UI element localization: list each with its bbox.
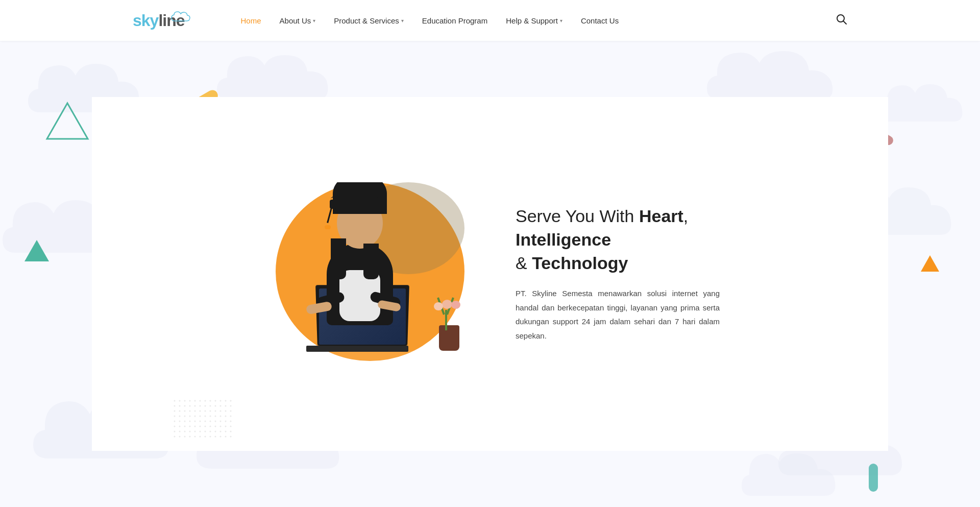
pill-bottom-right-teal [869, 464, 878, 492]
cloud-far-bottom-right [740, 451, 852, 502]
nav-links: Home About Us ▾ Product & Services ▾ Edu… [241, 16, 836, 25]
about-caret-icon: ▾ [313, 18, 315, 23]
nav-help-link[interactable]: Help & Support ▾ [506, 16, 562, 25]
help-caret-icon: ▾ [560, 18, 562, 23]
nav-help[interactable]: Help & Support ▾ [506, 16, 562, 25]
logo-cloud-icon [170, 11, 196, 22]
navbar: skyline Home About Us ▾ Product & Servic… [0, 0, 980, 41]
search-icon[interactable] [836, 14, 847, 28]
hero-heading-bold3: Technology [532, 253, 628, 273]
cloud-far-right-top [878, 82, 980, 128]
nav-contact-link[interactable]: Contact Us [581, 16, 619, 25]
nav-contact[interactable]: Contact Us [581, 16, 619, 25]
products-caret-icon: ▾ [401, 18, 404, 23]
triangle-mid-left-icon [24, 240, 49, 261]
svg-line-1 [843, 21, 846, 24]
hero-text: Serve You With Heart, Intelligence & Tec… [516, 205, 720, 343]
nav-products[interactable]: Product & Services ▾ [334, 16, 404, 25]
triangle-top-left-icon [45, 101, 90, 141]
svg-marker-3 [24, 240, 49, 261]
triangle-right-icon [921, 255, 939, 272]
nav-about[interactable]: About Us ▾ [280, 16, 316, 25]
hero-heading-comma: , [683, 206, 688, 226]
nav-products-link[interactable]: Product & Services ▾ [334, 16, 404, 25]
hero-image-wrapper [260, 172, 475, 376]
nav-home-link[interactable]: Home [241, 16, 261, 25]
logo-sky: sky [133, 11, 158, 30]
hero-content: Serve You With Heart, Intelligence & Tec… [260, 172, 720, 376]
hero-heading-normal: Serve You With [516, 206, 639, 226]
hero-section: Serve You With Heart, Intelligence & Tec… [0, 41, 980, 507]
nav-education[interactable]: Education Program [422, 16, 487, 25]
nav-home[interactable]: Home [241, 16, 261, 25]
nav-about-link[interactable]: About Us ▾ [280, 16, 316, 25]
hero-heading-bold1: Heart [639, 206, 683, 226]
svg-marker-2 [47, 103, 88, 139]
hero-heading-bold2: Intelligence [516, 230, 611, 249]
hero-person-illustration [276, 182, 470, 366]
svg-rect-6 [174, 400, 235, 441]
hero-heading-and: & [516, 253, 532, 273]
logo[interactable]: skyline [133, 11, 210, 30]
hero-description: PT. Skyline Semesta menawarkan solusi in… [516, 286, 720, 343]
dot-grid-icon [174, 400, 235, 441]
hero-heading: Serve You With Heart, Intelligence & Tec… [516, 205, 720, 275]
svg-marker-4 [921, 255, 939, 272]
nav-education-link[interactable]: Education Program [422, 16, 487, 25]
